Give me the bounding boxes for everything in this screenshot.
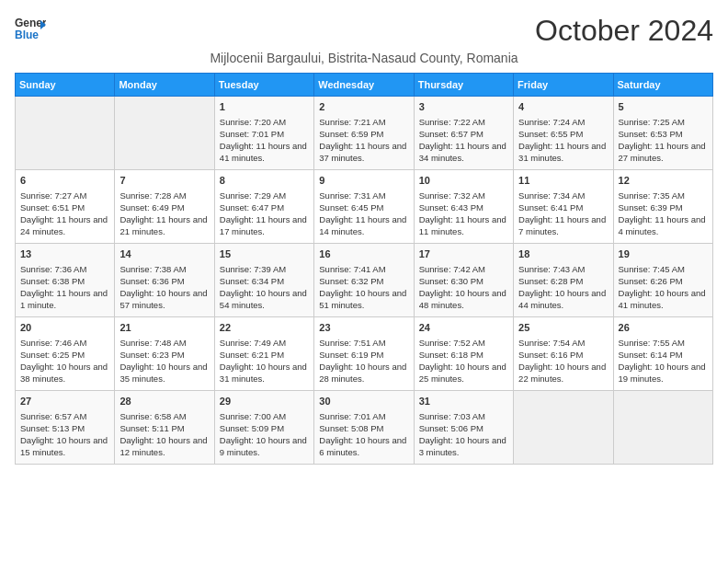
calendar-cell — [16, 97, 115, 170]
day-info: Sunset: 6:21 PM — [220, 350, 284, 360]
day-info: Daylight: 10 hours and 25 minutes. — [419, 362, 506, 384]
day-info: Sunrise: 7:22 AM — [419, 117, 485, 127]
logo-svg: General Blue — [15, 15, 46, 46]
location-subtitle: Mijlocenii Bargaului, Bistrita-Nasaud Co… — [15, 51, 713, 65]
day-info: Sunset: 7:01 PM — [220, 129, 284, 139]
calendar-cell: 3Sunrise: 7:22 AMSunset: 6:57 PMDaylight… — [414, 97, 513, 170]
day-info: Daylight: 10 hours and 12 minutes. — [119, 435, 207, 457]
day-number: 28 — [119, 395, 209, 408]
calendar-cell: 16Sunrise: 7:41 AMSunset: 6:32 PMDayligh… — [314, 244, 414, 317]
calendar-cell: 30Sunrise: 7:01 AMSunset: 5:08 PMDayligh… — [314, 391, 414, 465]
day-info: Sunrise: 7:24 AM — [518, 117, 585, 127]
calendar-cell: 5Sunrise: 7:25 AMSunset: 6:53 PMDaylight… — [613, 97, 712, 170]
day-number: 16 — [319, 247, 408, 261]
calendar-cell: 7Sunrise: 7:28 AMSunset: 6:49 PMDaylight… — [115, 170, 214, 244]
day-info: Sunrise: 7:43 AM — [518, 264, 585, 274]
day-number: 7 — [119, 174, 209, 188]
calendar-week-row: 1Sunrise: 7:20 AMSunset: 7:01 PMDaylight… — [16, 97, 713, 170]
day-info: Sunrise: 7:29 AM — [220, 190, 286, 201]
day-info: Sunrise: 7:41 AM — [319, 264, 385, 274]
day-number: 11 — [518, 174, 608, 188]
day-info: Sunset: 6:57 PM — [419, 129, 483, 139]
day-info: Sunset: 6:16 PM — [518, 350, 583, 360]
day-number: 13 — [20, 247, 109, 261]
day-info: Sunrise: 7:42 AM — [419, 264, 485, 274]
day-info: Sunrise: 7:35 AM — [619, 190, 685, 201]
day-info: Sunrise: 7:48 AM — [119, 338, 186, 348]
day-info: Daylight: 10 hours and 15 minutes. — [20, 435, 108, 457]
day-info: Daylight: 11 hours and 7 minutes. — [518, 214, 606, 236]
day-info: Daylight: 11 hours and 11 minutes. — [419, 214, 506, 236]
day-info: Daylight: 10 hours and 41 minutes. — [619, 288, 706, 310]
day-info: Daylight: 10 hours and 48 minutes. — [419, 288, 506, 310]
day-number: 3 — [419, 100, 508, 114]
day-number: 24 — [419, 321, 508, 335]
calendar-cell: 22Sunrise: 7:49 AMSunset: 6:21 PMDayligh… — [214, 317, 313, 391]
day-info: Sunset: 6:23 PM — [119, 350, 184, 360]
day-info: Sunrise: 7:38 AM — [119, 264, 186, 274]
day-number: 15 — [220, 247, 309, 261]
day-info: Sunrise: 7:28 AM — [119, 190, 186, 201]
day-info: Sunset: 6:47 PM — [220, 202, 284, 213]
day-info: Daylight: 11 hours and 31 minutes. — [518, 141, 606, 163]
calendar-cell: 29Sunrise: 7:00 AMSunset: 5:09 PMDayligh… — [214, 391, 313, 465]
day-number: 20 — [20, 321, 109, 335]
day-info: Daylight: 10 hours and 44 minutes. — [518, 288, 606, 310]
day-info: Sunset: 6:45 PM — [319, 202, 383, 213]
calendar-cell: 23Sunrise: 7:51 AMSunset: 6:19 PMDayligh… — [314, 317, 414, 391]
day-number: 9 — [319, 174, 408, 188]
calendar-cell: 4Sunrise: 7:24 AMSunset: 6:55 PMDaylight… — [514, 97, 613, 170]
day-number: 26 — [619, 321, 708, 335]
day-info: Daylight: 11 hours and 14 minutes. — [319, 214, 406, 236]
page-title: October 2024 — [535, 15, 713, 47]
day-info: Sunset: 5:09 PM — [220, 423, 284, 433]
day-info: Daylight: 11 hours and 27 minutes. — [619, 141, 706, 163]
calendar-table: SundayMondayTuesdayWednesdayThursdayFrid… — [15, 73, 713, 465]
day-info: Daylight: 11 hours and 17 minutes. — [220, 214, 307, 236]
day-number: 29 — [220, 395, 309, 408]
day-info: Daylight: 11 hours and 1 minute. — [20, 288, 108, 310]
calendar-cell: 21Sunrise: 7:48 AMSunset: 6:23 PMDayligh… — [115, 317, 214, 391]
day-info: Sunset: 5:11 PM — [119, 423, 184, 433]
calendar-cell: 6Sunrise: 7:27 AMSunset: 6:51 PMDaylight… — [16, 170, 115, 244]
day-info: Sunrise: 7:01 AM — [319, 411, 385, 421]
calendar-week-row: 6Sunrise: 7:27 AMSunset: 6:51 PMDaylight… — [16, 170, 713, 244]
day-number: 31 — [419, 395, 508, 408]
day-info: Sunset: 6:36 PM — [119, 276, 184, 286]
day-info: Daylight: 10 hours and 57 minutes. — [119, 288, 207, 310]
day-info: Daylight: 11 hours and 4 minutes. — [619, 214, 706, 236]
calendar-cell: 31Sunrise: 7:03 AMSunset: 5:06 PMDayligh… — [414, 391, 513, 465]
day-number: 8 — [220, 174, 309, 188]
day-info: Daylight: 10 hours and 35 minutes. — [119, 362, 207, 384]
day-number: 25 — [518, 321, 608, 335]
day-info: Sunset: 6:39 PM — [619, 202, 683, 213]
day-info: Sunrise: 7:54 AM — [518, 338, 585, 348]
day-number: 5 — [619, 100, 708, 114]
day-info: Daylight: 10 hours and 9 minutes. — [220, 435, 307, 457]
day-info: Sunrise: 7:20 AM — [220, 117, 286, 127]
day-info: Sunrise: 7:51 AM — [319, 338, 385, 348]
day-info: Sunset: 6:43 PM — [419, 202, 483, 213]
day-info: Sunrise: 7:39 AM — [220, 264, 286, 274]
calendar-cell: 13Sunrise: 7:36 AMSunset: 6:38 PMDayligh… — [16, 244, 115, 317]
day-info: Daylight: 10 hours and 19 minutes. — [619, 362, 706, 384]
day-info: Daylight: 11 hours and 24 minutes. — [20, 214, 108, 236]
day-info: Sunrise: 7:45 AM — [619, 264, 685, 274]
day-info: Sunset: 6:49 PM — [119, 202, 184, 213]
calendar-week-row: 13Sunrise: 7:36 AMSunset: 6:38 PMDayligh… — [16, 244, 713, 317]
calendar-cell — [115, 97, 214, 170]
calendar-cell: 12Sunrise: 7:35 AMSunset: 6:39 PMDayligh… — [613, 170, 712, 244]
logo: General Blue — [15, 15, 46, 46]
header: General Blue October 2024 — [15, 15, 713, 47]
svg-text:Blue: Blue — [15, 29, 39, 41]
calendar-day-header: Wednesday — [314, 74, 414, 97]
calendar-day-header: Saturday — [613, 74, 712, 97]
day-number: 17 — [419, 247, 508, 261]
day-info: Daylight: 11 hours and 41 minutes. — [220, 141, 307, 163]
day-info: Daylight: 10 hours and 54 minutes. — [220, 288, 307, 310]
calendar-cell: 11Sunrise: 7:34 AMSunset: 6:41 PMDayligh… — [514, 170, 613, 244]
calendar-cell: 15Sunrise: 7:39 AMSunset: 6:34 PMDayligh… — [214, 244, 313, 317]
calendar-cell: 10Sunrise: 7:32 AMSunset: 6:43 PMDayligh… — [414, 170, 513, 244]
day-info: Daylight: 10 hours and 3 minutes. — [419, 435, 506, 457]
day-number: 14 — [119, 247, 209, 261]
